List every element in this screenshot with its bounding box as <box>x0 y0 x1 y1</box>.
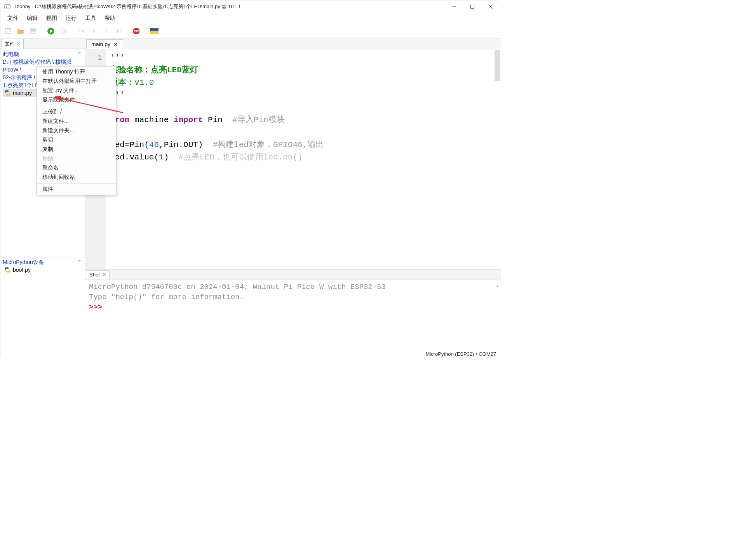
files-panel-tab-label: 文件 <box>5 40 15 47</box>
hamburger-icon[interactable]: ≡ <box>78 258 82 264</box>
cm-open-external[interactable]: 在默认外部应用中打开 <box>37 77 116 86</box>
run-icon[interactable] <box>45 26 56 37</box>
editor-tab-main[interactable]: main.py ✕ <box>86 39 123 49</box>
shell-tabrow: Shell ✕ <box>85 269 501 280</box>
shell-panel: Shell ✕ MicroPython d7546700c on 2024-01… <box>85 269 501 349</box>
menu-edit[interactable]: 编辑 <box>23 14 42 23</box>
shell-scroll-up-icon[interactable]: ▴ <box>496 281 499 291</box>
window-title: Thonny - D:\核桃派例程代码\核桃派PicoW\02-示例程序\1.基… <box>13 3 445 10</box>
close-icon[interactable]: ✕ <box>113 41 118 47</box>
shell-line-1: MicroPython d7546700c on 2024-01-04; Wal… <box>89 283 386 291</box>
flag-icon[interactable] <box>149 26 160 37</box>
device-panel-body: MicroPython设备 ≡ boot.py <box>0 257 85 349</box>
app-icon: T <box>4 3 10 10</box>
svg-rect-23 <box>120 29 120 33</box>
python-file-icon <box>4 90 10 96</box>
cm-paste: 粘贴 <box>37 154 116 163</box>
editor-scrollbar[interactable] <box>495 50 500 81</box>
code-content[interactable]: ''' 实验名称：点亮LED蓝灯 版本：v1.0 ''' from machin… <box>106 49 501 269</box>
cm-rename[interactable]: 重命名 <box>37 163 116 173</box>
step-over-icon[interactable] <box>76 26 87 37</box>
device-panel-title[interactable]: MicroPython设备 <box>3 259 44 265</box>
menu-tools[interactable]: 工具 <box>81 14 100 23</box>
close-icon[interactable]: ✕ <box>103 272 106 277</box>
open-file-icon[interactable] <box>15 26 26 37</box>
cm-cut[interactable]: 剪切 <box>37 135 116 145</box>
shell-body[interactable]: MicroPython d7546700c on 2024-01-04; Wal… <box>85 280 501 349</box>
svg-rect-26 <box>150 28 159 31</box>
file-item-label: main.py <box>13 90 32 96</box>
device-panel: MicroPython设备 ≡ boot.py <box>0 257 85 349</box>
path-this-pc[interactable]: 此电脑 <box>3 51 19 57</box>
menu-help[interactable]: 帮助 <box>101 14 119 23</box>
cm-move-to-trash[interactable]: 移动到回收站 <box>37 173 116 182</box>
svg-marker-19 <box>92 31 95 33</box>
files-panel-tab[interactable]: 文件 ✕ <box>1 39 24 49</box>
menu-view[interactable]: 视图 <box>42 14 61 23</box>
svg-marker-22 <box>117 29 119 33</box>
menu-run[interactable]: 运行 <box>62 14 80 23</box>
cm-show-hidden[interactable]: 显示隐藏文件 <box>37 95 116 105</box>
close-icon[interactable]: ✕ <box>17 41 20 46</box>
editor-tab-label: main.py <box>91 41 110 47</box>
cm-properties[interactable]: 属性 <box>37 185 116 194</box>
close-button[interactable] <box>482 1 499 12</box>
shell-prompt: >>> <box>89 303 107 311</box>
hamburger-icon[interactable]: ≡ <box>78 50 82 56</box>
cm-copy[interactable]: 复制 <box>37 145 116 154</box>
shell-tab[interactable]: Shell ✕ <box>86 270 110 279</box>
editor-tabrow: main.py ✕ <box>85 38 501 49</box>
svg-text:STOP: STOP <box>134 30 141 33</box>
cm-separator <box>37 106 116 106</box>
code-editor[interactable]: 1 2 3 4 5 6 7 8 9 10 ''' 实验名称：点亮LED蓝灯 版本… <box>85 49 501 269</box>
svg-rect-27 <box>150 31 159 34</box>
menubar: 文件 编辑 视图 运行 工具 帮助 <box>0 13 501 24</box>
save-file-icon[interactable] <box>28 26 38 37</box>
svg-marker-21 <box>105 29 107 30</box>
new-file-icon[interactable] <box>3 26 14 37</box>
cm-configure-py[interactable]: 配置 .py 文件... <box>37 86 116 95</box>
step-out-icon[interactable] <box>101 26 111 37</box>
minimize-button[interactable] <box>445 1 463 12</box>
menu-file[interactable]: 文件 <box>3 14 22 23</box>
statusbar: MicroPython (ESP32) • COM27 <box>0 349 501 359</box>
svg-text:T: T <box>5 5 8 9</box>
status-text[interactable]: MicroPython (ESP32) • COM27 <box>425 351 496 357</box>
titlebar: T Thonny - D:\核桃派例程代码\核桃派PicoW\02-示例程序\1… <box>0 0 501 13</box>
stop-icon[interactable]: STOP <box>131 26 142 37</box>
context-menu: 使用 Thonny 打开 在默认外部应用中打开 配置 .py 文件... 显示隐… <box>37 66 116 195</box>
step-into-icon[interactable] <box>88 26 99 37</box>
cm-separator <box>37 183 116 184</box>
file-item-label: boot.py <box>13 267 31 273</box>
maximize-button[interactable] <box>463 1 481 12</box>
shell-line-2: Type "help()" for more information. <box>89 293 244 301</box>
files-panel-tabrow: 文件 ✕ <box>0 38 85 49</box>
cm-new-file[interactable]: 新建文件... <box>37 117 116 126</box>
debug-icon[interactable] <box>58 26 69 37</box>
toolbar: STOP <box>0 24 501 38</box>
svg-rect-9 <box>31 31 35 33</box>
cm-new-folder[interactable]: 新建文件夹... <box>37 126 116 135</box>
svg-point-12 <box>61 29 66 33</box>
python-file-icon <box>4 267 10 273</box>
resume-icon[interactable] <box>113 26 124 37</box>
shell-tab-label: Shell <box>89 272 101 278</box>
cm-open-thonny[interactable]: 使用 Thonny 打开 <box>37 67 116 77</box>
svg-rect-3 <box>470 5 474 8</box>
main-area: main.py ✕ 1 2 3 4 5 6 7 8 9 10 ''' 实验名称：… <box>85 38 501 349</box>
cm-upload-to[interactable]: 上传到 / <box>37 107 116 117</box>
file-item-boot[interactable]: boot.py <box>3 266 82 274</box>
window-controls <box>445 1 499 12</box>
